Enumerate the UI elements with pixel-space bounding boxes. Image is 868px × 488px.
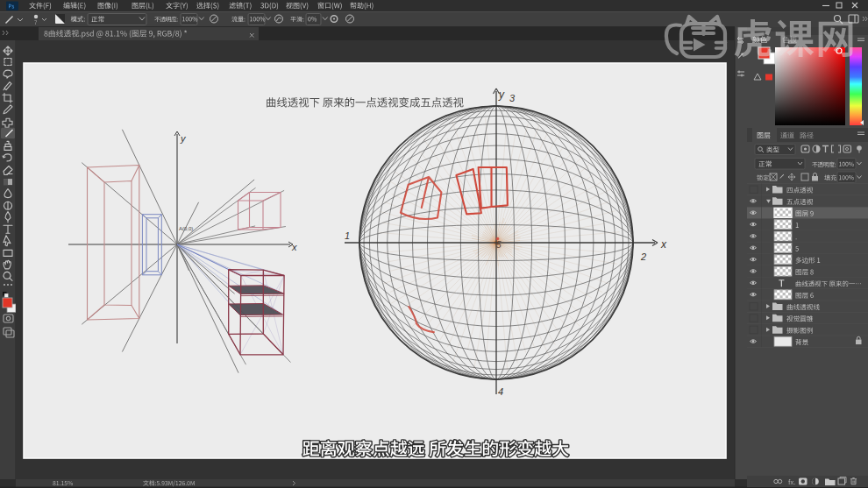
svg-text:y: y	[498, 88, 505, 101]
svg-text:x: x	[660, 238, 667, 251]
svg-text:1: 1	[345, 230, 350, 241]
svg-text:x: x	[291, 242, 297, 252]
svg-text:2: 2	[640, 251, 646, 262]
svg-text:5: 5	[496, 240, 502, 250]
svg-text:3: 3	[509, 93, 516, 103]
svg-text:4: 4	[498, 386, 503, 397]
